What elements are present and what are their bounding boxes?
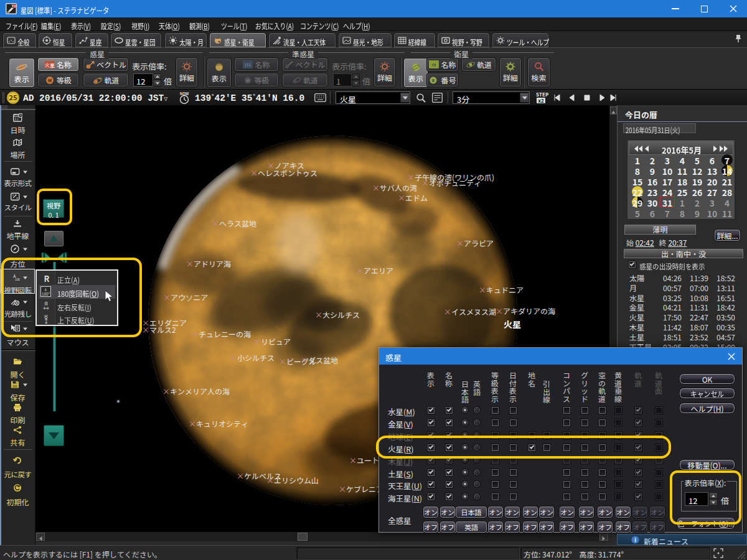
svg-text:火星: 火星 — [45, 61, 55, 68]
svg-text:M: M — [247, 77, 250, 83]
svg-text:M: M — [48, 77, 52, 83]
svg-text:TO: TO — [12, 4, 16, 8]
svg-text:Ⅲ: Ⅲ — [432, 77, 435, 83]
svg-text:i: i — [634, 536, 636, 544]
svg-text:ｴﾘｽ: ｴﾘｽ — [245, 62, 251, 68]
svg-text:x2: x2 — [538, 97, 543, 104]
svg-text:ｲｵ: ｲｵ — [432, 62, 437, 68]
svg-text:25: 25 — [9, 92, 17, 102]
